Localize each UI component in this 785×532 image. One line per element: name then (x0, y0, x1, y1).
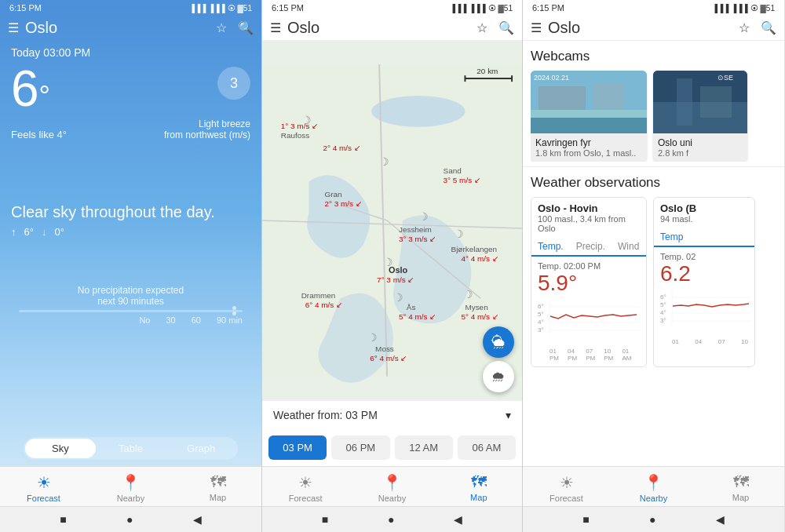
nearby-panel: 6:15 PM ▐▐▐ ▐▐▐ ⦿ ▓51 ☰ Oslo ☆ 🔍 Webcams (523, 0, 784, 532)
svg-text:Sand: Sand (444, 166, 462, 175)
star-icon-2[interactable]: ☆ (476, 20, 487, 35)
precip-section: No precipitation expected next 90 minute… (11, 285, 250, 325)
chevron-down-icon[interactable]: ▾ (506, 409, 511, 421)
back-btn-2[interactable]: ◀ (454, 513, 462, 526)
signal-icon-2a: ▐▐▐ (450, 4, 466, 13)
search-icon-3[interactable]: 🔍 (761, 20, 776, 35)
menu-icon-2[interactable]: ☰ (270, 20, 281, 35)
weather-main: Today 03:00 PM 6° 3 Feels like 4° Light … (0, 40, 261, 431)
chart-labels-1: 01 PM04 PM07 PM10 PM01 AM (550, 348, 640, 362)
obs-header-2: Oslo (B 94 masl. (654, 198, 754, 228)
time-btn-03pm[interactable]: 03 PM (268, 435, 327, 460)
back-btn-1[interactable]: ◀ (193, 513, 202, 526)
weather-from-label: Weather from: 03 PM (273, 409, 378, 421)
view-tabs: Sky Table Graph (24, 437, 238, 460)
time-btn-12am[interactable]: 12 AM (395, 435, 453, 460)
precip-labels: No 30 60 90 min (19, 315, 243, 325)
weather-icon-bubble: 3 (217, 67, 250, 100)
svg-text:4° 4 m/s ↙: 4° 4 m/s ↙ (461, 254, 498, 263)
svg-text:☽: ☽ (418, 210, 429, 223)
star-icon-1[interactable]: ☆ (216, 20, 227, 35)
obs-card-1: Oslo - Hovin 100 masl., 3.4 km from Oslo… (531, 197, 647, 367)
search-icon-2[interactable]: 🔍 (498, 20, 514, 35)
nav-map-3[interactable]: 🗺 Map (697, 472, 784, 505)
forecast-icon: ☀ (37, 473, 51, 492)
precip-time-4: 90 min (217, 315, 243, 325)
wifi-icon-2: ⦿ (488, 4, 496, 13)
wifi-icon: ⦿ (228, 4, 236, 13)
obs-tab-wind-1[interactable]: Wind (612, 238, 645, 255)
map-weather-fab[interactable]: 🌦 (483, 326, 514, 358)
svg-text:☽: ☽ (383, 256, 393, 268)
home-btn-2[interactable]: ● (388, 513, 394, 526)
status-bar-2: 6:15 PM ▐▐▐ ▐▐▐ ⦿ ▓51 (262, 0, 522, 16)
arrow-up-icon: ↑ (11, 226, 16, 238)
map-cloud-fab[interactable]: 🌧 (483, 361, 514, 392)
home-btn-1[interactable]: ● (126, 513, 133, 526)
obs-tab-precip-1[interactable]: Precip. (570, 238, 612, 255)
star-icon-3[interactable]: ☆ (739, 20, 750, 35)
back-btn-3[interactable]: ◀ (716, 513, 725, 526)
nav-forecast-2[interactable]: ☀ Forecast (262, 472, 349, 505)
search-icon-1[interactable]: 🔍 (238, 20, 254, 35)
svg-text:2° 3 m/s ↙: 2° 3 m/s ↙ (325, 199, 362, 208)
precip-dots (232, 306, 236, 315)
svg-text:2024.02.21: 2024.02.21 (534, 74, 569, 82)
svg-text:6° 4 m/s ↙: 6° 4 m/s ↙ (370, 354, 407, 363)
temp-row: 6° 3 (11, 64, 250, 114)
webcam-name-2: Oslo uni (658, 137, 743, 148)
obs-body-2: Temp. 02 6.2 6° 5° 4° (654, 247, 754, 350)
wind-label: Light breeze (164, 118, 250, 129)
webcam-card-2[interactable]: ⊙SE Oslo uni 2.8 km f (653, 71, 747, 162)
svg-text:Raufoss: Raufoss (281, 131, 309, 140)
obs-cards: Oslo - Hovin 100 masl., 3.4 km from Oslo… (531, 197, 776, 367)
wifi-icon-3: ⦿ (750, 4, 758, 13)
webcam-info-1: Kavringen fyr 1.8 km from Oslo, 1 masl.. (531, 133, 647, 162)
svg-text:4°: 4° (660, 309, 666, 316)
time-btn-06am[interactable]: 06 AM (458, 435, 516, 460)
tab-table[interactable]: Table (96, 439, 166, 458)
nav-map-2[interactable]: 🗺 Map (436, 472, 522, 505)
tab-graph[interactable]: Graph (166, 439, 236, 458)
menu-icon-1[interactable]: ☰ (8, 20, 19, 35)
nav-nearby-3[interactable]: 📍 Nearby (610, 472, 697, 505)
tab-sky[interactable]: Sky (25, 439, 96, 458)
time-btn-06pm[interactable]: 06 PM (331, 435, 389, 460)
nav-nearby-1[interactable]: 📍 Nearby (87, 472, 174, 505)
svg-text:Moss: Moss (375, 344, 394, 353)
time-3: 6:15 PM (532, 3, 564, 13)
obs-tabs-2: Temp (654, 228, 754, 247)
obs-tab-temp-2[interactable]: Temp (654, 228, 689, 247)
stop-btn-2[interactable]: ■ (322, 513, 328, 526)
nav-forecast-1[interactable]: ☀ Forecast (0, 472, 87, 505)
obs-chart-2: 6° 5° 4° 3° (660, 290, 748, 337)
home-btn-3[interactable]: ● (649, 513, 655, 526)
obs-dist-2: 94 masl. (660, 214, 748, 224)
nav-nearby-2[interactable]: 📍 Nearby (349, 472, 435, 505)
nav-forecast-3[interactable]: ☀ Forecast (523, 472, 610, 505)
top-bar-icons-3: ☆ 🔍 (739, 20, 776, 35)
webcams-row: 2024.02.21 Kavringen fyr 1.8 km from Osl… (531, 71, 776, 162)
obs-temp-2: 6.2 (660, 261, 748, 286)
stop-btn-1[interactable]: ■ (60, 513, 66, 526)
status-bar-1: 6:15 PM ▐▐▐ ▐▐▐ ⦿ ▓51 (0, 0, 261, 16)
svg-text:Jessheim: Jessheim (399, 225, 432, 234)
svg-text:Bjørkelangen: Bjørkelangen (451, 245, 497, 253)
high-temp: 6° (24, 226, 34, 238)
obs-header-1: Oslo - Hovin 100 masl., 3.4 km from Oslo (531, 198, 646, 238)
obs-title: Weather observations (531, 175, 776, 191)
time-1: 6:15 PM (9, 3, 42, 13)
obs-tab-temp-1[interactable]: Temp. (531, 238, 570, 257)
stop-btn-3[interactable]: ■ (582, 513, 589, 526)
android-nav-3: ■ ● ◀ (523, 506, 784, 532)
weather-observations: Weather observations Oslo - Hovin 100 ma… (523, 166, 784, 375)
wind-dir: from northwest (m/s) (164, 129, 250, 140)
wind-badge: 3 (230, 75, 238, 92)
precip-sub: next 90 minutes (19, 296, 243, 307)
forecast-label-3: Forecast (550, 494, 583, 503)
wind-info: Light breeze from northwest (m/s) (164, 118, 250, 140)
map-area[interactable]: 1° 3 m/s ↙ Raufoss 2° 4 m/s ↙ Gran 2° 3 … (262, 41, 522, 400)
menu-icon-3[interactable]: ☰ (531, 20, 542, 35)
webcam-card-1[interactable]: 2024.02.21 Kavringen fyr 1.8 km from Osl… (531, 71, 647, 162)
nav-map-1[interactable]: 🗺 Map (174, 472, 261, 505)
